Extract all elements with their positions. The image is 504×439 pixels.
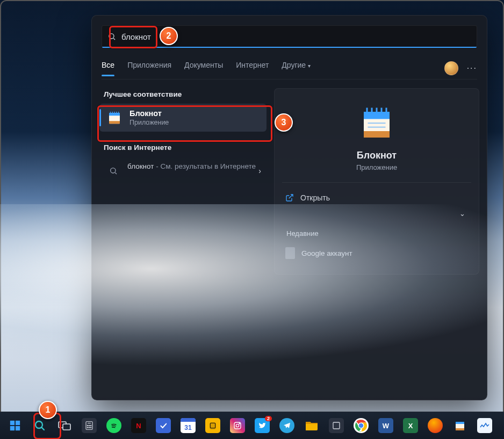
telegram-icon: [279, 418, 294, 433]
taskbar: N 31 2 W X: [0, 412, 504, 439]
svg-line-22: [289, 195, 293, 198]
recent-heading: Недавние: [286, 229, 479, 238]
chrome-icon: [354, 418, 369, 433]
svg-rect-26: [16, 426, 20, 430]
shortcut-icon: [329, 418, 344, 433]
chevron-right-icon: ›: [258, 167, 261, 175]
taskbar-app-chrome[interactable]: [349, 415, 373, 436]
svg-point-33: [87, 425, 88, 426]
web-result-text: блокнот - См. результаты в Интернете: [127, 162, 258, 170]
open-icon: [285, 193, 294, 202]
svg-rect-49: [456, 428, 464, 430]
result-subtitle: Приложение: [129, 119, 169, 126]
todo-icon: [156, 418, 171, 433]
calendar-icon: 31: [181, 418, 196, 433]
search-icon: [33, 419, 46, 432]
web-search-result[interactable]: блокнот - См. результаты в Интернете ›: [99, 157, 267, 185]
svg-line-11: [115, 172, 117, 174]
filter-tabs: Все Приложения Документы Интернет Другие…: [102, 57, 477, 80]
expand-actions-button[interactable]: ⌄: [456, 210, 468, 218]
best-match-heading: Лучшее соответствие: [104, 90, 267, 98]
annotation-marker-3: 3: [275, 113, 293, 132]
svg-rect-30: [63, 424, 70, 430]
svg-rect-24: [16, 421, 20, 425]
svg-rect-23: [10, 421, 15, 425]
svg-rect-14: [364, 131, 390, 138]
taskbar-app-telegram[interactable]: [275, 415, 299, 436]
svg-point-38: [90, 427, 91, 428]
taskbar-app-spotify[interactable]: [102, 415, 126, 436]
tab-apps[interactable]: Приложения: [127, 61, 171, 76]
instagram-icon: [230, 418, 245, 433]
twitter-icon: 2: [255, 418, 270, 433]
best-match-result[interactable]: Блокнот Приложение: [99, 104, 267, 132]
taskbar-app-twitter[interactable]: 2: [250, 415, 274, 436]
spotify-icon: [106, 418, 121, 433]
start-icon: [9, 420, 21, 431]
preview-pane: Блокнот Приложение Открыть ⌄ Недавние Go…: [274, 88, 479, 275]
taskbar-app-todo[interactable]: [152, 415, 175, 436]
taskbar-app-shortcut[interactable]: [325, 415, 348, 436]
word-icon: W: [378, 418, 393, 433]
svg-rect-48: [456, 422, 464, 424]
svg-point-37: [89, 427, 90, 428]
chevron-down-icon: ▾: [308, 63, 311, 69]
taskbar-app-instagram[interactable]: [226, 415, 249, 436]
preview-title: Блокнот: [275, 150, 479, 161]
search-icon: [107, 32, 116, 41]
svg-point-41: [236, 424, 239, 427]
result-title: Блокнот: [129, 109, 169, 118]
notepad-icon: [452, 418, 467, 433]
taskbar-app-taskmgr[interactable]: [473, 415, 496, 436]
document-icon: [285, 247, 295, 259]
start-button[interactable]: [3, 415, 27, 436]
opera-icon: [428, 418, 443, 433]
taskbar-app-calculator[interactable]: [77, 415, 101, 436]
divider: [282, 182, 471, 183]
taskbar-app-explorer[interactable]: [300, 415, 323, 436]
taskbar-app-files[interactable]: [201, 415, 225, 436]
svg-line-1: [113, 38, 115, 40]
svg-point-42: [239, 423, 240, 424]
taskbar-app-notepad[interactable]: [448, 415, 472, 436]
preview-subtitle: Приложение: [275, 163, 479, 171]
svg-line-28: [41, 427, 44, 430]
svg-point-35: [90, 425, 91, 426]
more-options-button[interactable]: ···: [467, 63, 477, 73]
svg-rect-25: [10, 426, 15, 430]
web-search-heading: Поиск в Интернете: [104, 143, 267, 152]
taskview-icon: [58, 420, 71, 431]
tab-internet[interactable]: Интернет: [236, 61, 269, 76]
tab-all[interactable]: Все: [102, 61, 114, 76]
taskbar-app-opera[interactable]: [423, 415, 447, 436]
open-action[interactable]: Открыть: [282, 189, 471, 206]
svg-point-46: [359, 423, 363, 428]
search-bar[interactable]: [102, 25, 477, 48]
excel-icon: X: [403, 418, 418, 433]
taskbar-app-netflix[interactable]: N: [127, 415, 150, 436]
files-icon: [205, 418, 220, 433]
results-column: Лучшее соответствие Блокнот Приложение П…: [99, 88, 267, 275]
taskbar-app-calendar[interactable]: 31: [176, 415, 200, 436]
tab-more[interactable]: Другие▾: [282, 61, 311, 76]
netflix-icon: N: [131, 418, 146, 433]
notepad-icon: [106, 109, 123, 126]
annotation-marker-1: 1: [39, 401, 57, 419]
account-avatar[interactable]: [444, 61, 458, 75]
recent-item[interactable]: Google аккаунт: [282, 243, 471, 263]
tab-documents[interactable]: Документы: [184, 61, 223, 76]
taskbar-app-excel[interactable]: X: [399, 415, 422, 436]
taskview-button[interactable]: [53, 415, 76, 436]
search-icon: [105, 162, 122, 179]
svg-rect-43: [333, 422, 340, 429]
notepad-icon: [357, 104, 396, 142]
svg-point-34: [89, 425, 90, 426]
explorer-icon: [304, 418, 319, 433]
svg-rect-4: [109, 121, 120, 124]
taskmgr-icon: [477, 418, 492, 433]
svg-point-0: [109, 34, 114, 39]
annotation-marker-2: 2: [160, 27, 178, 45]
taskbar-app-word[interactable]: W: [374, 415, 398, 436]
calculator-icon: [82, 418, 97, 433]
search-panel: Все Приложения Документы Интернет Другие…: [91, 15, 487, 400]
